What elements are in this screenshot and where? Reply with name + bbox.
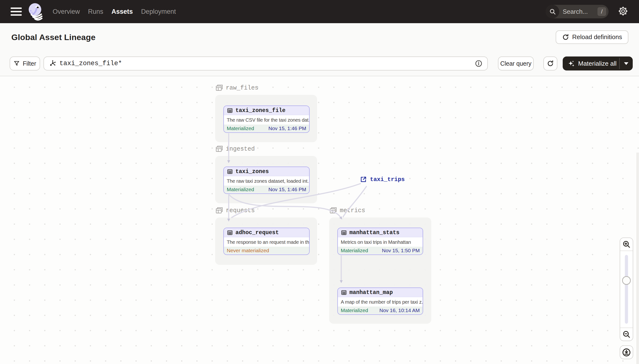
external-asset-name: taxi_trips: [370, 176, 405, 183]
materialization-timestamp: Nov 15, 1:46 PM: [269, 186, 306, 192]
asset-name: adhoc_request: [235, 230, 279, 236]
materialization-timestamp: Nov 15, 1:50 PM: [382, 248, 420, 254]
zoom-out-button[interactable]: [620, 328, 633, 340]
asset-node-taxi-zones-file[interactable]: taxi_zones_file The raw CSV file for the…: [223, 106, 310, 133]
asset-name: taxi_zones: [235, 168, 269, 175]
asset-node-header: manhattan_stats: [338, 228, 423, 237]
materialize-all-button[interactable]: Materialize all: [563, 56, 633, 70]
asset-description: A map of the number of trips per taxi z.…: [338, 297, 423, 306]
download-circle-icon: [622, 348, 631, 357]
group-name: ingested: [226, 146, 255, 152]
group-name: raw_files: [226, 84, 258, 92]
asset-name: manhattan_map: [349, 290, 393, 296]
table-icon: [227, 168, 233, 175]
sparkle-icon: [567, 60, 575, 67]
zoom-slider[interactable]: [620, 251, 633, 328]
zoom-controls: [620, 238, 633, 341]
canvas-scrollbar[interactable]: [636, 152, 639, 364]
asset-description: The response to an request made in th...: [224, 237, 309, 247]
lineage-toolbar: Filter Clear query Materialize all: [0, 51, 639, 76]
materialize-options-dropdown[interactable]: [620, 56, 633, 70]
zoom-out-icon: [622, 330, 630, 338]
materialize-all-label: Materialize all: [578, 60, 616, 67]
table-icon: [341, 290, 347, 296]
group-tables-icon: [215, 84, 223, 92]
reload-icon: [562, 34, 569, 41]
group-tables-icon: [329, 206, 337, 214]
filter-label: Filter: [23, 60, 36, 67]
asset-status-bar: Materialized Nov 15, 1:46 PM: [224, 186, 309, 193]
search-input[interactable]: [559, 8, 597, 16]
zoom-in-button[interactable]: [620, 238, 633, 251]
lineage-canvas[interactable]: raw_files ingested requests metrics: [0, 76, 639, 364]
query-input[interactable]: [60, 60, 475, 67]
asset-node-manhattan-stats[interactable]: manhattan_stats Metrics on taxi trips in…: [337, 228, 423, 255]
settings-gear-icon[interactable]: [618, 6, 628, 18]
group-label-requests[interactable]: requests: [215, 206, 255, 214]
materialization-timestamp: Nov 16, 10:14 AM: [379, 308, 420, 313]
search-shortcut-badge: /: [597, 7, 606, 16]
asset-status-bar: Materialized Nov 15, 1:50 PM: [338, 247, 423, 254]
search-icon: [546, 5, 559, 18]
refresh-button[interactable]: [543, 56, 557, 70]
menu-icon[interactable]: [11, 8, 22, 16]
asset-query-field[interactable]: [44, 56, 488, 70]
asset-node-header: adhoc_request: [224, 228, 309, 237]
group-label-raw-files[interactable]: raw_files: [215, 84, 258, 92]
group-label-metrics[interactable]: metrics: [329, 206, 365, 214]
nav-link-assets[interactable]: Assets: [112, 8, 133, 16]
filter-button[interactable]: Filter: [10, 56, 40, 70]
page-title: Global Asset Lineage: [11, 32, 96, 42]
status-badge: Materialized: [227, 186, 254, 192]
table-icon: [341, 230, 347, 236]
download-view-button[interactable]: [620, 346, 633, 359]
asset-node-header: taxi_zones: [224, 167, 309, 176]
page-header: Global Asset Lineage Reload definitions: [0, 23, 639, 51]
asset-node-manhattan-map[interactable]: manhattan_map A map of the number of tri…: [337, 288, 423, 315]
external-asset-taxi-trips[interactable]: taxi_trips: [360, 176, 405, 183]
asset-status-bar: Never materialized: [224, 247, 309, 254]
materialization-timestamp: Nov 15, 1:46 PM: [269, 126, 306, 131]
group-label-ingested[interactable]: ingested: [215, 145, 255, 153]
clear-query-label: Clear query: [500, 60, 531, 67]
asset-status-bar: Materialized Nov 15, 1:46 PM: [224, 124, 309, 132]
asset-node-taxi-zones[interactable]: taxi_zones The raw taxi zones dataset, l…: [223, 166, 310, 194]
graph-query-icon: [49, 60, 56, 67]
external-link-icon: [360, 176, 367, 183]
filter-funnel-icon: [14, 60, 20, 66]
chevron-down-icon: [624, 62, 628, 65]
asset-node-adhoc-request[interactable]: adhoc_request The response to an request…: [223, 228, 310, 255]
group-tables-icon: [215, 145, 223, 153]
status-badge: Materialized: [227, 126, 254, 131]
asset-name: taxi_zones_file: [235, 108, 285, 114]
reload-definitions-button[interactable]: Reload definitions: [556, 30, 628, 44]
nav-link-runs[interactable]: Runs: [88, 8, 103, 16]
reload-definitions-label: Reload definitions: [572, 33, 622, 41]
asset-description: Metrics on taxi trips in Manhattan: [338, 237, 423, 247]
clear-query-button[interactable]: Clear query: [498, 56, 534, 70]
top-nav: Overview Runs Assets Deployment /: [0, 0, 639, 23]
zoom-slider-thumb[interactable]: [622, 276, 631, 285]
dagster-logo-icon[interactable]: [27, 2, 44, 21]
asset-description: The raw CSV file for the taxi zones dat.…: [224, 115, 309, 124]
query-info-icon[interactable]: [475, 60, 482, 67]
nav-link-deployment[interactable]: Deployment: [141, 8, 176, 16]
refresh-icon: [547, 60, 554, 67]
status-badge: Materialized: [341, 308, 368, 313]
asset-node-header: manhattan_map: [338, 288, 423, 297]
status-badge: Never materialized: [227, 248, 269, 254]
group-name: requests: [226, 207, 255, 214]
asset-name: manhattan_stats: [349, 230, 399, 236]
lineage-edges: [0, 76, 639, 364]
group-name: metrics: [340, 207, 365, 214]
search-bar[interactable]: /: [546, 5, 608, 18]
asset-node-header: taxi_zones_file: [224, 106, 309, 115]
asset-description: The raw taxi zones dataset, loaded int..…: [224, 176, 309, 186]
asset-status-bar: Materialized Nov 16, 10:14 AM: [338, 306, 423, 314]
table-icon: [227, 108, 233, 114]
group-tables-icon: [215, 206, 223, 214]
nav-link-overview[interactable]: Overview: [53, 8, 80, 16]
nav-links: Overview Runs Assets Deployment: [53, 8, 176, 16]
table-icon: [227, 230, 233, 236]
zoom-slider-track[interactable]: [625, 255, 628, 324]
